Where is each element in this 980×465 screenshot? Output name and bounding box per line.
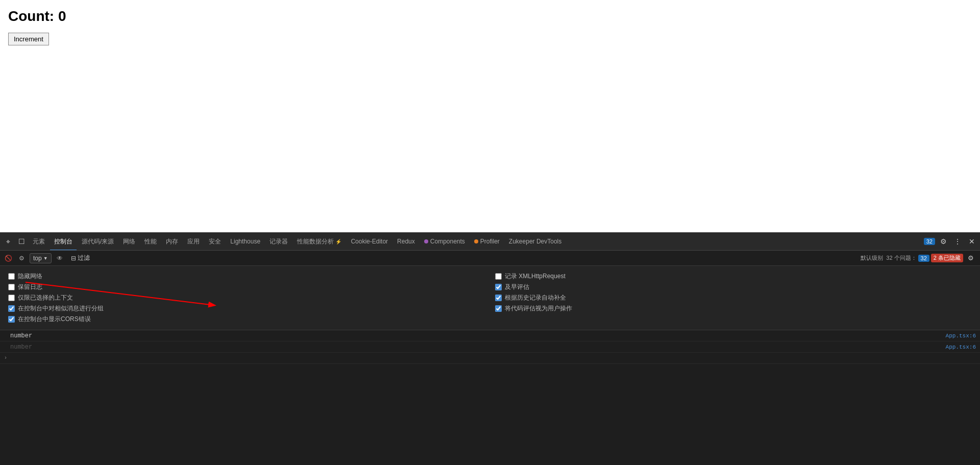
setting-log-xmlhttp: 记录 XMLHttpRequest (495, 271, 972, 282)
log-row-3: › (0, 353, 980, 364)
page-title: Count: 0 (8, 8, 972, 25)
setting-treat-eval: 将代码评估视为用户操作 (495, 303, 972, 314)
hidden-badge[interactable]: 2 条已隐藏 (931, 254, 963, 262)
issues-count-group: 32 个问题： 32 2 条已隐藏 ⚙ (886, 252, 977, 264)
selected-context-checkbox[interactable] (8, 295, 15, 301)
settings-left-column: 隐藏网络 保留日志 仅限已选择的上下文 在控制台中对相似消息进行分组 在控制台中… (8, 271, 485, 325)
log-xmlhttp-label: 记录 XMLHttpRequest (505, 272, 566, 281)
group-similar-label: 在控制台中对相似消息进行分组 (18, 304, 104, 313)
preserve-log-checkbox[interactable] (8, 284, 15, 290)
tab-sources[interactable]: 源代码/来源 (78, 232, 118, 251)
cors-errors-label: 在控制台中显示CORS错误 (18, 315, 91, 324)
setting-cors-errors: 在控制台中显示CORS错误 (8, 314, 485, 325)
tab-redux[interactable]: Redux (393, 232, 419, 251)
group-similar-checkbox[interactable] (8, 305, 15, 312)
more-options-icon[interactable]: ⋮ (951, 235, 964, 248)
log-row-1: number App.tsx:6 (0, 330, 980, 341)
console-settings-gear-icon[interactable]: ⚙ (965, 252, 977, 264)
hide-network-checkbox[interactable] (8, 273, 15, 280)
close-devtools-icon[interactable]: ✕ (966, 235, 978, 248)
selected-context-label: 仅限已选择的上下文 (18, 293, 73, 302)
log-row-2: number App.tsx:6 (0, 341, 980, 353)
console-settings-panel: 隐藏网络 保留日志 仅限已选择的上下文 在控制台中对相似消息进行分组 在控制台中… (0, 266, 980, 330)
toolbar-right: 32 ⚙ ⋮ ✕ (924, 235, 978, 248)
console-settings-icon[interactable]: ⚙ (16, 253, 27, 263)
setting-auto-complete: 根据历史记录自动补全 (495, 292, 972, 303)
tab-network[interactable]: 网络 (119, 232, 139, 251)
tab-profiler[interactable]: Profiler (470, 232, 504, 251)
log-xmlhttp-checkbox[interactable] (495, 273, 502, 280)
setting-eager-eval: 及早评估 (495, 282, 972, 292)
preserve-log-label: 保留日志 (18, 283, 42, 291)
tab-recorder[interactable]: 记录器 (265, 232, 292, 251)
tab-application[interactable]: 应用 (183, 232, 204, 251)
devtools-icon-cursor[interactable]: ⌖ (2, 235, 14, 248)
main-page: Count: 0 Increment (0, 0, 980, 232)
log-text-2: number (10, 344, 946, 351)
devtools-panel: ⌖ ☐ 元素 控制台 源代码/来源 网络 性能 内存 应用 安全 Lightho… (0, 232, 980, 465)
tab-components[interactable]: Components (420, 232, 469, 251)
eye-icon[interactable]: 👁 (55, 253, 65, 263)
setting-preserve-log: 保留日志 (8, 282, 485, 292)
components-dot-icon (424, 239, 428, 243)
tab-security[interactable]: 安全 (205, 232, 225, 251)
chevron-down-icon: ▼ (43, 256, 48, 261)
tab-performance[interactable]: 性能 (140, 232, 161, 251)
tab-memory[interactable]: 内存 (162, 232, 182, 251)
settings-right-column: 记录 XMLHttpRequest 及早评估 根据历史记录自动补全 将代码评估视… (495, 271, 972, 325)
log-text-1: number (10, 332, 946, 339)
tab-perf-insights[interactable]: 性能数据分析 ⚡ (293, 232, 346, 251)
setting-group-similar: 在控制台中对相似消息进行分组 (8, 303, 485, 314)
clear-console-icon[interactable]: 🚫 (3, 253, 13, 263)
setting-selected-context: 仅限已选择的上下文 (8, 292, 485, 303)
log-source-1[interactable]: App.tsx:6 (946, 333, 976, 339)
devtools-icon-device[interactable]: ☐ (15, 235, 28, 248)
treat-eval-label: 将代码评估视为用户操作 (505, 304, 572, 313)
console-toolbar: 🚫 ⚙ top ▼ 👁 ⊟ 过滤 默认级别 32 个问题： 32 2 条已隐藏 … (0, 251, 980, 266)
filter-icon: ⊟ (71, 255, 76, 262)
devtools-tabbar: ⌖ ☐ 元素 控制台 源代码/来源 网络 性能 内存 应用 安全 Lightho… (0, 232, 980, 251)
issues-badge[interactable]: 32 (924, 238, 935, 245)
default-levels-dropdown[interactable]: 默认级别 (861, 254, 883, 262)
tab-cookie-editor[interactable]: Cookie-Editor (347, 232, 392, 251)
log-source-2[interactable]: App.tsx:6 (946, 344, 976, 350)
cors-errors-checkbox[interactable] (8, 316, 15, 323)
issues-blue-badge[interactable]: 32 (918, 255, 929, 262)
setting-hide-network: 隐藏网络 (8, 271, 485, 282)
hide-network-label: 隐藏网络 (18, 272, 42, 281)
filter-button[interactable]: ⊟ 过滤 (68, 253, 93, 263)
auto-complete-label: 根据历史记录自动补全 (505, 293, 566, 302)
eager-eval-checkbox[interactable] (495, 284, 502, 290)
treat-eval-checkbox[interactable] (495, 305, 502, 312)
tab-zukeeper[interactable]: Zukeeper DevTools (505, 232, 566, 251)
log-expand-icon-3[interactable]: › (4, 355, 10, 361)
eager-eval-label: 及早评估 (505, 283, 529, 291)
context-selector[interactable]: top ▼ (30, 253, 52, 263)
auto-complete-checkbox[interactable] (495, 295, 502, 301)
tab-console[interactable]: 控制台 (50, 232, 77, 251)
console-log-area: number App.tsx:6 number App.tsx:6 › (0, 330, 980, 465)
tab-elements[interactable]: 元素 (29, 232, 49, 251)
settings-gear-icon[interactable]: ⚙ (937, 235, 949, 248)
increment-button[interactable]: Increment (8, 33, 49, 45)
tab-lighthouse[interactable]: Lighthouse (226, 232, 264, 251)
profiler-dot-icon (474, 239, 478, 243)
